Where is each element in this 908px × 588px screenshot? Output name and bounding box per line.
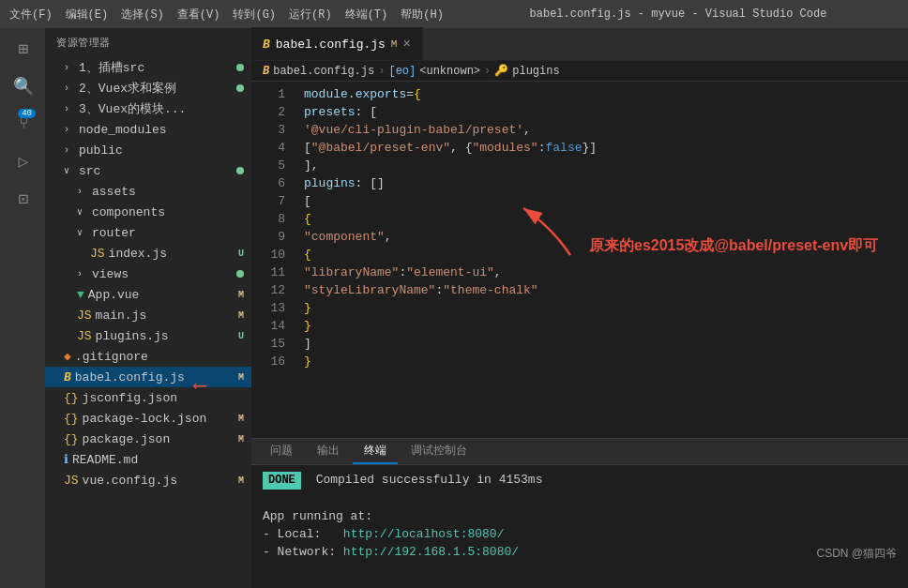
sidebar-item-plugins-js[interactable]: JS plugins.js U: [45, 325, 251, 346]
breadcrumb-file-icon: B: [263, 65, 269, 78]
sidebar-item-jsconfig[interactable]: {} jsconfig.json: [45, 387, 251, 408]
arrow-icon: ›: [64, 125, 75, 135]
sidebar-item-vuex-slot[interactable]: › 1、插槽src: [45, 57, 251, 78]
activity-git[interactable]: ⑂ 40: [6, 107, 39, 141]
code-line-12: "styleLibraryName": "theme-chalk": [296, 281, 908, 299]
file-tree: › 1、插槽src › 2、Vuex求和案例 › 3、Vuex的模块... › …: [45, 57, 251, 588]
git-badge: 40: [18, 109, 36, 118]
js-icon: JS: [77, 309, 92, 323]
activity-bar: ⊞ 🔍 ⑂ 40 ▷ ⊡: [0, 28, 45, 588]
code-line-13: }: [296, 299, 908, 317]
sidebar-item-views[interactable]: › views: [45, 264, 251, 284]
vue-icon: ▼: [77, 288, 84, 302]
menu-terminal[interactable]: 终端(T): [345, 7, 388, 23]
sidebar-item-vue-config[interactable]: JS vue.config.js M: [45, 470, 251, 490]
tab-bar: B babel.config.js M ×: [251, 28, 908, 61]
menu-help[interactable]: 帮助(H): [401, 7, 444, 23]
sidebar-header: 资源管理器: [45, 28, 251, 57]
sidebar-item-components[interactable]: ∨ components: [45, 202, 251, 222]
tab-label: babel.config.js: [276, 38, 386, 52]
sidebar-item-package-lock[interactable]: {} package-lock.json M: [45, 408, 251, 429]
arrow-icon: ›: [77, 187, 88, 197]
tab-close-button[interactable]: ×: [402, 37, 410, 52]
activity-search[interactable]: 🔍: [6, 69, 39, 103]
json-icon: {}: [64, 391, 79, 405]
sidebar-item-public[interactable]: › public: [45, 140, 251, 160]
code-line-14: }: [296, 317, 908, 335]
sidebar-item-assets[interactable]: › assets: [45, 181, 251, 202]
arrow-icon: ∨: [77, 227, 88, 238]
menu-goto[interactable]: 转到(G): [233, 7, 276, 23]
menu-run[interactable]: 运行(R): [289, 7, 332, 23]
sidebar-item-gitignore[interactable]: ◆ .gitignore: [45, 346, 251, 367]
badge-m: M: [238, 434, 244, 445]
sidebar-item-src[interactable]: ∨ src: [45, 160, 251, 181]
terminal-tab-bar: 问题 输出 终端 调试控制台: [251, 439, 908, 465]
terminal-running-line: App running at:: [263, 507, 897, 525]
info-icon: ℹ: [64, 452, 68, 467]
arrow-icon: ›: [64, 104, 75, 114]
badge-u: U: [238, 249, 244, 259]
sidebar-item-main-js[interactable]: JS main.js M: [45, 305, 251, 325]
menu-file[interactable]: 文件(F): [9, 7, 53, 23]
tab-modified: M: [391, 38, 398, 50]
terminal-tab-terminal[interactable]: 终端: [353, 439, 398, 464]
terminal-network-line: - Network: http://192.168.1.5:8080/: [263, 543, 897, 561]
babel-icon: B: [64, 370, 71, 384]
sidebar-item-package-json[interactable]: {} package.json M: [45, 429, 251, 449]
sidebar-item-index-js[interactable]: JS index.js U: [45, 243, 251, 264]
line-numbers: 12345 678910 1112131415 16: [251, 82, 296, 438]
code-line-9: "component",: [296, 228, 908, 246]
code-lines[interactable]: module.exports = { presets: [ '@vue/cli-…: [296, 82, 908, 438]
sidebar-item-router[interactable]: ∨ router: [45, 222, 251, 243]
menu-bar: 文件(F) 编辑(E) 选择(S) 查看(V) 转到(G) 运行(R) 终端(T…: [9, 7, 450, 23]
terminal-tab-debug[interactable]: 调试控制台: [400, 439, 478, 464]
network-link[interactable]: http://192.168.1.5:8080/: [343, 545, 519, 559]
breadcrumb-plugins: plugins: [512, 65, 559, 78]
badge-m: M: [238, 475, 244, 486]
js-icon: JS: [77, 329, 92, 343]
local-link[interactable]: http://localhost:8080/: [343, 527, 505, 541]
terminal-tab-problems[interactable]: 问题: [259, 439, 304, 464]
badge-m: M: [238, 372, 244, 383]
badge-m: M: [238, 290, 244, 300]
code-line-11: "libraryName": "element-ui",: [296, 264, 908, 281]
menu-edit[interactable]: 编辑(E): [66, 7, 109, 23]
badge-u: U: [238, 331, 244, 341]
terminal-tab-output[interactable]: 输出: [306, 439, 351, 464]
terminal-content[interactable]: DONE Compiled successfully in 4153ms App…: [251, 465, 908, 588]
sidebar-item-vuex-case[interactable]: › 2、Vuex求和案例: [45, 78, 251, 98]
arrow-icon: ›: [64, 145, 75, 156]
sidebar-item-app-vue[interactable]: ▼ App.vue M: [45, 284, 251, 305]
menu-view[interactable]: 查看(V): [177, 7, 220, 23]
js-icon: JS: [64, 474, 79, 488]
sidebar: 资源管理器 › 1、插槽src › 2、Vuex求和案例 › 3、Vuex的模块…: [45, 28, 251, 588]
app-body: ⊞ 🔍 ⑂ 40 ▷ ⊡ 资源管理器 › 1、插槽src › 2、Vuex求和案…: [0, 28, 908, 588]
sidebar-item-vuex-module[interactable]: › 3、Vuex的模块...: [45, 98, 251, 119]
code-line-10: {: [296, 246, 908, 264]
sidebar-item-readme[interactable]: ℹ README.md: [45, 449, 251, 470]
sidebar-item-node-modules[interactable]: › node_modules: [45, 119, 251, 140]
status-dot: [236, 270, 244, 278]
code-line-2: presets: [: [296, 103, 908, 121]
terminal-local-line: - Local: http://localhost:8080/: [263, 525, 897, 543]
sidebar-item-babel-config[interactable]: B babel.config.js M: [45, 367, 251, 387]
activity-debug[interactable]: ▷: [6, 144, 39, 178]
arrow-icon: ›: [77, 269, 88, 279]
js-icon: JS: [90, 247, 105, 261]
activity-explorer[interactable]: ⊞: [6, 32, 39, 66]
code-editor: 12345 678910 1112131415 16 module.export…: [251, 82, 908, 438]
code-line-5: ],: [296, 157, 908, 174]
code-line-4: ["@babel/preset-env", { "modules": false…: [296, 139, 908, 157]
arrow-icon: ›: [64, 83, 75, 94]
activity-extensions[interactable]: ⊡: [6, 182, 39, 216]
json-icon: {}: [64, 432, 79, 446]
status-dot: [236, 84, 244, 92]
window-title: babel.config.js - myvue - Visual Studio …: [458, 8, 899, 21]
git-icon: ◆: [64, 349, 71, 364]
menu-select[interactable]: 选择(S): [121, 7, 164, 23]
status-dot: [236, 167, 244, 174]
terminal-compiled-text: Compiled successfully in 4153ms: [316, 473, 543, 487]
code-line-6: plugins: []: [296, 174, 908, 192]
editor-tab-babel[interactable]: B babel.config.js M ×: [251, 27, 423, 60]
